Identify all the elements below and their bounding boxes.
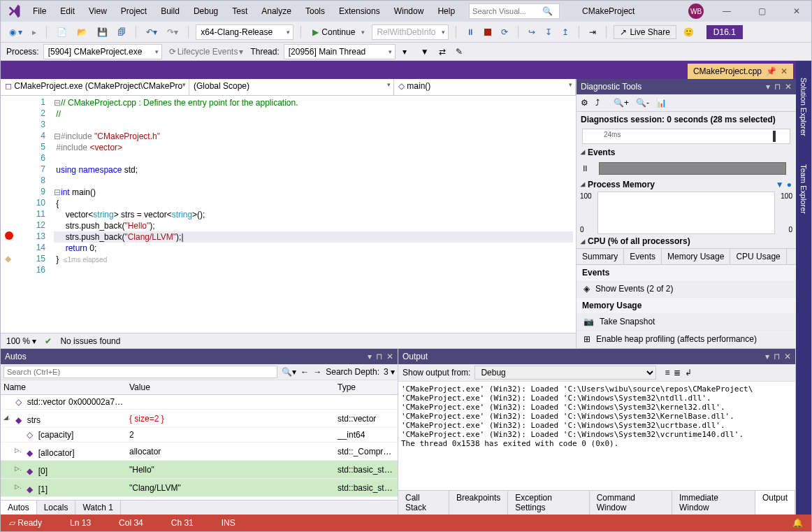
output-tab-command-window[interactable]: Command Window xyxy=(590,491,672,515)
menu-tools[interactable]: Tools xyxy=(300,3,331,19)
avatar[interactable]: WB xyxy=(688,3,704,19)
diag-timeline[interactable]: 24ms xyxy=(582,129,790,144)
menu-build[interactable]: Build xyxy=(155,3,185,19)
pause-events-icon[interactable]: ⏸ xyxy=(581,164,589,173)
heap-profiling-item[interactable]: ⊞Enable heap profiling (affects performa… xyxy=(577,331,796,348)
open-icon[interactable]: 📂 xyxy=(74,26,90,38)
output-tab-exception-settings[interactable]: Exception Settings xyxy=(508,491,589,515)
autos-row[interactable]: ◢ ◆ strs{ size=2 }std::vector xyxy=(1,410,398,428)
diag-events-header[interactable]: Events xyxy=(577,145,796,159)
autos-search-input[interactable] xyxy=(3,366,277,378)
zoom-combo[interactable]: 100 % ▾ xyxy=(6,336,36,346)
menu-view[interactable]: View xyxy=(83,3,113,19)
nav-function-combo[interactable]: ◇ main() xyxy=(394,79,576,95)
autos-row[interactable]: ◇ [capacity]2__int64 xyxy=(1,428,398,443)
output-toggle-icon[interactable]: ≣ xyxy=(674,368,681,378)
autos-row[interactable]: ◇ std::vector0x000002a7f2024a80 "Clang/L… xyxy=(1,395,398,410)
autos-tab-watch-1[interactable]: Watch 1 xyxy=(75,501,121,515)
menu-test[interactable]: Test xyxy=(226,3,253,19)
notifications-icon[interactable]: 🔔 xyxy=(792,518,803,528)
output-tab-output[interactable]: Output xyxy=(755,491,795,515)
output-tab-breakpoints[interactable]: Breakpoints xyxy=(449,491,508,515)
panel-dropdown-icon[interactable]: ▾ xyxy=(766,82,770,92)
tab-cmakeproject-cpp[interactable]: CMakeProject.cpp 📌 ✕ xyxy=(688,64,793,79)
zoom-in-icon[interactable]: 🔍+ xyxy=(614,98,629,108)
pause-icon[interactable]: ⏸ xyxy=(463,26,477,38)
show-events-item[interactable]: ◈Show Events (2 of 2) xyxy=(577,280,796,298)
menu-edit[interactable]: Edit xyxy=(55,3,80,19)
menu-debug[interactable]: Debug xyxy=(188,3,224,19)
marker-icon[interactable]: ▼ xyxy=(776,180,784,189)
output-tab-immediate-window[interactable]: Immediate Window xyxy=(672,491,755,515)
output-source-combo[interactable]: Debug xyxy=(474,366,656,380)
new-project-icon[interactable]: 📄 xyxy=(54,26,70,38)
autos-row[interactable]: ▷ ◆ [1]"Clang/LLVM"std::basic_stri... xyxy=(1,479,398,497)
redo-icon[interactable]: ↷▾ xyxy=(164,26,181,38)
step-out-icon[interactable]: ↥ xyxy=(559,26,572,38)
diag-pm-header[interactable]: Process Memory▼ ● xyxy=(577,178,796,192)
nav-project-combo[interactable]: ◻ CMakeProject.exe (CMakeProject\CMakePr… xyxy=(1,79,189,95)
save-icon[interactable]: 💾 xyxy=(94,26,110,38)
autos-row[interactable]: ▷ ◆ [0]"Hello"std::basic_stri... xyxy=(1,461,398,479)
continue-button[interactable]: ▶Continue xyxy=(308,26,368,38)
menu-analyze[interactable]: Analyze xyxy=(256,3,297,19)
threads-icon[interactable]: ⇄ xyxy=(436,45,449,58)
search-icon[interactable]: 🔍▾ xyxy=(282,367,296,377)
restart-icon[interactable]: ⟳ xyxy=(498,26,511,38)
diag-cpu-header[interactable]: CPU (% of all processors) xyxy=(577,234,796,248)
filter-icon[interactable]: ▼ xyxy=(418,45,432,58)
menu-help[interactable]: Help xyxy=(432,3,461,19)
autos-tab-autos[interactable]: Autos xyxy=(1,501,37,515)
pin-icon[interactable]: 📌 xyxy=(766,66,776,76)
close-button[interactable]: ✕ xyxy=(785,6,809,16)
nav-back-button[interactable]: ◉ ▾ xyxy=(6,26,25,38)
team-explorer-tab[interactable]: Team Explorer xyxy=(799,164,808,214)
live-share-button[interactable]: ↗ Live Share xyxy=(614,25,676,39)
nav-scope-combo[interactable]: (Global Scope) xyxy=(189,79,394,95)
zoom-out-icon[interactable]: 🔍- xyxy=(636,98,649,108)
diag-select-icon[interactable]: ⤴ xyxy=(595,98,600,108)
diag-settings-icon[interactable]: ⚙ xyxy=(581,98,588,108)
undo-icon[interactable]: ↶▾ xyxy=(143,26,160,38)
code-editor[interactable]: 1234567891011121314◆1516 ⊟// CMakeProjec… xyxy=(1,96,576,333)
menu-file[interactable]: File xyxy=(27,3,52,19)
menu-extensions[interactable]: Extensions xyxy=(333,3,386,19)
minimize-button[interactable]: — xyxy=(715,6,739,16)
maximize-button[interactable]: ▢ xyxy=(750,6,774,16)
diag-tab-memory-usage[interactable]: Memory Usage xyxy=(662,249,730,264)
process-combo[interactable]: [5904] CMakeProject.exe xyxy=(43,44,162,59)
diag-tab-cpu-usage[interactable]: CPU Usage xyxy=(730,249,786,264)
close-tab-icon[interactable]: ✕ xyxy=(781,66,788,76)
step-into-icon[interactable]: ↧ xyxy=(542,26,555,38)
output-text[interactable]: 'CMakeProject.exe' (Win32): Loaded 'C:\U… xyxy=(398,382,795,490)
reset-zoom-icon[interactable]: 📊 xyxy=(656,98,667,108)
depth-value[interactable]: 3 ▾ xyxy=(384,367,395,377)
feedback-icon[interactable]: 🙂 xyxy=(681,26,697,38)
save-all-icon[interactable]: 🗐 xyxy=(115,26,129,38)
prev-icon[interactable]: ← xyxy=(300,367,309,377)
menu-project[interactable]: Project xyxy=(115,3,152,19)
stop-icon[interactable] xyxy=(481,27,494,37)
stack-frame-icon[interactable]: ▾ xyxy=(400,45,409,58)
lifecycle-button[interactable]: ⟳ Lifecycle Events ▾ xyxy=(166,45,247,58)
nav-fwd-button[interactable]: ▸ xyxy=(29,26,39,38)
tool-icon[interactable]: ✎ xyxy=(453,45,465,58)
panel-close-icon[interactable]: ✕ xyxy=(785,82,792,92)
take-snapshot-item[interactable]: 📷Take Snapshot xyxy=(577,313,796,331)
output-tab-call-stack[interactable]: Call Stack xyxy=(398,491,449,515)
build-config-combo[interactable]: RelWithDebInfo xyxy=(372,24,449,40)
config-combo[interactable]: x64-Clang-Release xyxy=(196,24,293,40)
solution-explorer-tab[interactable]: Solution Explorer xyxy=(799,78,808,136)
step-icon[interactable]: ⇥ xyxy=(586,26,599,38)
menu-window[interactable]: Window xyxy=(389,3,430,19)
output-clear-icon[interactable]: ≡ xyxy=(665,368,669,378)
panel-pin-icon[interactable]: ⊓ xyxy=(774,82,781,92)
search-input[interactable] xyxy=(472,7,542,15)
diag-tab-summary[interactable]: Summary xyxy=(577,249,624,264)
autos-tab-locals[interactable]: Locals xyxy=(37,501,76,515)
next-icon[interactable]: → xyxy=(313,367,321,377)
global-search[interactable]: 🔍 xyxy=(469,3,560,19)
thread-combo[interactable]: [20956] Main Thread xyxy=(284,44,396,59)
autos-row[interactable]: ▷ ◆ [allocator]allocatorstd::_Compre... xyxy=(1,443,398,461)
output-wrap-icon[interactable]: ↲ xyxy=(685,368,692,378)
